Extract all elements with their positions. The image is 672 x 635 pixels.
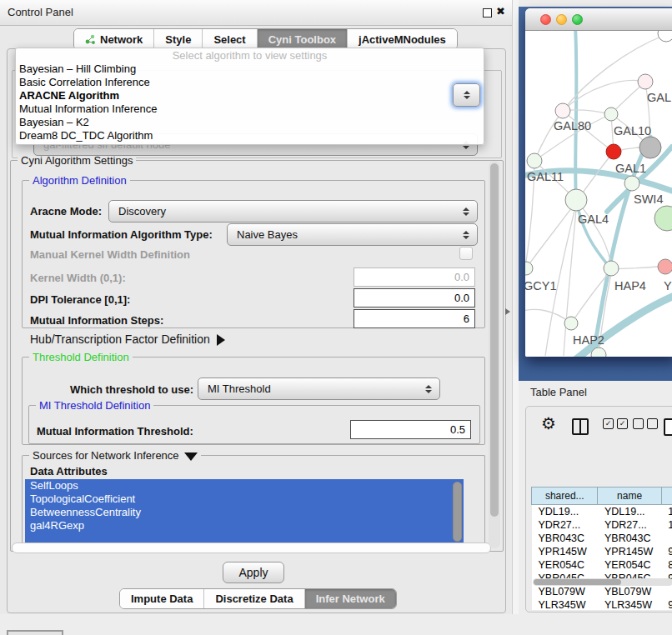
network-node-label: GCY1 (525, 279, 557, 292)
table-row[interactable]: YDL19...YDL19...13 (532, 505, 672, 519)
mi-steps-field[interactable] (354, 309, 475, 328)
manual-kernel-checkbox[interactable] (459, 247, 473, 260)
network-node[interactable] (606, 144, 621, 159)
network-node[interactable] (624, 176, 639, 191)
network-node[interactable] (604, 108, 618, 121)
combo-arrows-icon (459, 208, 474, 216)
collapse-down-icon (184, 452, 198, 461)
tab-discretize-data[interactable]: Discretize Data (204, 589, 304, 608)
network-node[interactable] (527, 153, 542, 168)
window-minimize-light-icon[interactable] (556, 14, 567, 25)
sources-toggle[interactable]: Sources for Network Inference (29, 449, 201, 462)
network-edge (571, 269, 612, 323)
kernel-width-field[interactable] (354, 268, 475, 287)
network-edge (571, 293, 672, 357)
control-panel-titlebar[interactable]: Control Panel ✖ (0, 0, 512, 26)
dropdown-prompt: Select algorithm to view settings (16, 48, 484, 62)
float-window-icon[interactable] (483, 8, 492, 18)
network-node[interactable] (658, 30, 672, 42)
hub-definition-toggle[interactable]: Hub/Transcription Factor Definition (30, 332, 225, 346)
network-view-window: GALGAL80GAL10GAL1GAL11SWI4GAL4GCY1HAP4YH… (525, 8, 672, 357)
network-node[interactable] (604, 261, 619, 276)
dropdown-item[interactable]: Dream8 DC_TDC Algorithm (16, 129, 484, 142)
algorithm-combo-focused[interactable] (453, 83, 480, 107)
table-row[interactable]: YLR345WYLR345W9. (532, 598, 672, 610)
table-row[interactable]: YER054CYER054C8. (532, 558, 672, 572)
control-panel-title: Control Panel (8, 6, 73, 18)
column-header[interactable]: shared... (532, 488, 598, 505)
network-node[interactable] (564, 317, 578, 330)
which-threshold-label: Which threshold to use: (70, 383, 193, 396)
list-vertical-scrollbar[interactable] (453, 482, 462, 542)
cyni-bottom-tabbar: Impute Data Discretize Data Infer Networ… (119, 588, 397, 609)
network-node-label: GAL4 (578, 212, 609, 226)
combo-arrows-icon (459, 91, 474, 99)
data-attributes-label: Data Attributes (30, 465, 108, 478)
control-panel-window: Control Panel ✖ Network Style Select Cyn… (0, 0, 513, 615)
settings-horizontal-scrollbar[interactable] (12, 542, 491, 553)
network-edge (575, 30, 576, 200)
settings-vertical-scrollbar[interactable] (489, 161, 500, 548)
dropdown-item-selected[interactable]: ARACNE Algorithm (16, 89, 484, 102)
aracne-mode-combo[interactable]: Discovery (108, 200, 478, 222)
document-icon[interactable] (664, 418, 672, 436)
tab-select[interactable]: Select (203, 29, 257, 49)
combo-arrows-icon (421, 385, 436, 393)
network-node[interactable] (565, 189, 587, 211)
close-icon[interactable]: ✖ (496, 5, 505, 18)
dropdown-item[interactable]: Bayesian – K2 (16, 116, 484, 129)
table-row[interactable]: YPR145WYPR145W9. (532, 545, 672, 558)
network-node[interactable] (639, 137, 661, 158)
network-edge (525, 309, 571, 323)
mi-type-combo[interactable]: Naive Bayes (227, 223, 478, 246)
table-row[interactable]: YDR27...YDR27...12 (532, 518, 672, 532)
gear-icon[interactable]: ⚙ (541, 413, 556, 433)
column-header[interactable] (661, 488, 672, 505)
network-node-label: GAL (647, 91, 671, 104)
scrollbar-thumb[interactable] (490, 163, 499, 517)
network-node-label: HAP4 (614, 279, 646, 292)
list-item[interactable]: SelfLoops (25, 479, 464, 492)
scrollbar-thumb[interactable] (534, 579, 621, 585)
table-row[interactable]: YBL079WYBL079W (532, 585, 672, 598)
algorithm-dropdown-popup: Select algorithm to view settings Bayesi… (15, 48, 484, 145)
list-item[interactable]: BetweennessCentrality (25, 506, 464, 519)
tab-network[interactable]: Network (74, 29, 154, 49)
mi-threshold-field[interactable] (350, 420, 471, 439)
network-node[interactable] (555, 103, 570, 118)
apply-button[interactable]: Apply (223, 562, 284, 583)
panel-divider[interactable] (513, 0, 519, 614)
network-node[interactable] (654, 206, 672, 231)
column-header[interactable]: name (598, 488, 661, 505)
table-horizontal-scrollbar[interactable] (533, 578, 672, 586)
network-node-label: GAL80 (554, 119, 591, 132)
network-node[interactable] (638, 74, 653, 89)
bottom-mini-box[interactable] (7, 630, 63, 635)
select-all-checks-icon[interactable]: ✓✓ (603, 418, 628, 429)
table-row[interactable]: YBR043CYBR043C (532, 532, 672, 545)
window-close-light-icon[interactable] (540, 14, 551, 25)
table-panel-title: Table Panel (530, 386, 587, 398)
which-threshold-combo[interactable]: MI Threshold (198, 378, 440, 400)
tab-cyni-toolbox[interactable]: Cyni Toolbox (258, 29, 348, 49)
window-zoom-light-icon[interactable] (572, 14, 583, 25)
group-title: Algorithm Definition (29, 174, 130, 187)
dropdown-item[interactable]: Mutual Information Inference (16, 102, 484, 116)
list-item[interactable]: TopologicalCoefficient (25, 492, 464, 506)
columns-icon[interactable] (572, 418, 589, 435)
network-node[interactable] (525, 262, 533, 275)
tab-jactivemnodules[interactable]: jActiveMNodules (348, 29, 457, 49)
clear-all-checks-icon[interactable] (633, 418, 658, 429)
network-node[interactable] (658, 259, 672, 274)
tab-style[interactable]: Style (154, 29, 203, 49)
divider-handle-icon[interactable] (505, 308, 510, 315)
dropdown-item[interactable]: Bayesian – Hill Climbing (16, 62, 484, 76)
list-item[interactable]: gal4RGexp (25, 519, 464, 532)
network-node-label: Y (664, 279, 672, 292)
dropdown-item[interactable]: Basic Correlation Inference (16, 76, 484, 89)
network-node-label: GAL10 (614, 124, 651, 138)
tab-infer-network[interactable]: Infer Network (305, 589, 396, 608)
network-canvas[interactable]: GALGAL80GAL10GAL1GAL11SWI4GAL4GCY1HAP4YH… (525, 30, 672, 357)
tab-impute-data[interactable]: Impute Data (120, 589, 204, 608)
dpi-tolerance-field[interactable] (354, 288, 475, 308)
